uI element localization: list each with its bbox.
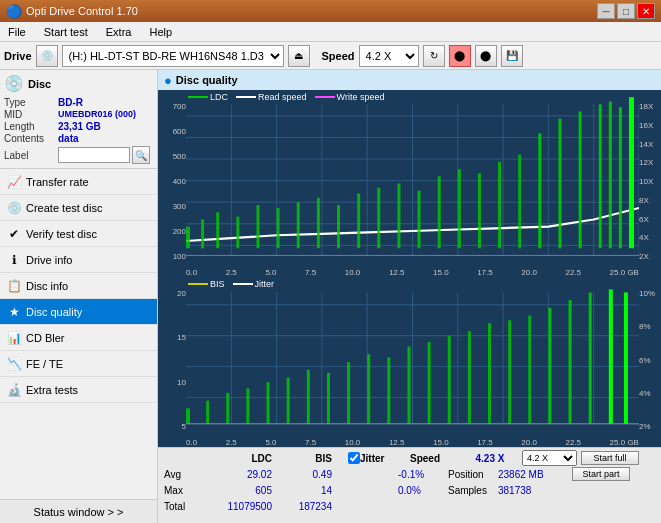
bis-x-axis: 0.02.55.07.510.012.515.017.520.022.525.0… [186, 433, 639, 447]
position-label: Position [448, 469, 498, 480]
titlebar-controls: ─ □ ✕ [597, 3, 655, 19]
nav-cd-bler-label: CD Bler [26, 332, 65, 344]
menu-help[interactable]: Help [145, 24, 176, 40]
nav-drive-info[interactable]: ℹ Drive info [0, 247, 157, 273]
svg-rect-30 [438, 176, 441, 248]
max-ldc: 605 [200, 485, 272, 496]
bis-header: BIS [272, 453, 332, 464]
eject-button[interactable]: ⏏ [288, 45, 310, 67]
ldc-chart: LDC Read speed Write speed [158, 90, 661, 277]
svg-rect-68 [407, 347, 410, 424]
nav-transfer-rate-label: Transfer rate [26, 176, 89, 188]
svg-rect-61 [267, 382, 270, 424]
disc-length-row: Length 23,31 GB [4, 121, 153, 132]
menu-start-test[interactable]: Start test [40, 24, 92, 40]
svg-rect-65 [347, 362, 350, 424]
status-window-button[interactable]: Status window > > [0, 499, 157, 523]
start-part-button[interactable]: Start part [572, 467, 630, 481]
disc-contents-value: data [58, 133, 79, 144]
disc-label-label: Label [4, 150, 58, 161]
drive-label: Drive [4, 50, 32, 62]
status-window-label: Status window > > [34, 506, 124, 518]
nav-disc-info[interactable]: 📋 Disc info [0, 273, 157, 299]
drive-select[interactable]: (H:) HL-DT-ST BD-RE WH16NS48 1.D3 [62, 45, 284, 67]
svg-rect-23 [297, 202, 300, 248]
start-full-button[interactable]: Start full [581, 451, 639, 465]
total-bis: 187234 [272, 501, 332, 512]
svg-rect-69 [428, 342, 431, 424]
nav-cd-bler[interactable]: 📊 CD Bler [0, 325, 157, 351]
save-button[interactable]: 💾 [501, 45, 523, 67]
jitter-legend-item: Jitter [233, 279, 275, 289]
speed-action-button2[interactable]: ⬤ [475, 45, 497, 67]
ldc-chart-svg [186, 90, 639, 277]
svg-rect-74 [528, 316, 531, 424]
samples-value: 381738 [498, 485, 568, 496]
charts-area: LDC Read speed Write speed [158, 90, 661, 447]
transfer-rate-icon: 📈 [6, 175, 22, 189]
speed-label: Speed [322, 50, 355, 62]
svg-rect-72 [488, 323, 491, 423]
jitter-checkbox[interactable] [348, 452, 360, 464]
extra-tests-icon: 🔬 [6, 383, 22, 397]
svg-rect-22 [277, 208, 280, 248]
maximize-button[interactable]: □ [617, 3, 635, 19]
svg-rect-20 [236, 217, 239, 249]
bis-chart: BIS Jitter [158, 277, 661, 447]
svg-rect-75 [548, 308, 551, 424]
nav-create-test-disc[interactable]: 💿 Create test disc [0, 195, 157, 221]
disc-length-value: 23,31 GB [58, 121, 101, 132]
ldc-header: LDC [200, 453, 272, 464]
menubar: File Start test Extra Help [0, 22, 661, 42]
bis-legend-label: BIS [210, 279, 225, 289]
disc-type-label: Type [4, 97, 58, 108]
main-area: 💿 Disc Type BD-R MID UMEBDR016 (000) Len… [0, 70, 661, 523]
content-area: ● Disc quality LDC Read speed [158, 70, 661, 523]
svg-rect-71 [468, 331, 471, 424]
bis-y-axis-left: 20 15 10 5 [158, 277, 186, 447]
speed-action-button1[interactable]: ⬤ [449, 45, 471, 67]
svg-rect-64 [327, 373, 330, 424]
disc-length-label: Length [4, 121, 58, 132]
nav-disc-info-label: Disc info [26, 280, 68, 292]
speed-select[interactable]: 4.2 X [359, 45, 419, 67]
disc-type-value: BD-R [58, 97, 83, 108]
disc-label-input[interactable] [58, 147, 130, 163]
disc-info-icon: 📋 [6, 279, 22, 293]
svg-rect-26 [357, 194, 360, 249]
disc-label-row: Label 🔍 [4, 146, 153, 164]
read-speed-legend-label: Read speed [258, 92, 307, 102]
nav-create-test-disc-label: Create test disc [26, 202, 102, 214]
disc-quality-header: ● Disc quality [158, 70, 661, 90]
disc-section-label: Disc [28, 78, 51, 90]
svg-rect-29 [418, 191, 421, 249]
jitter-legend-label: Jitter [255, 279, 275, 289]
titlebar: 🔵 Opti Drive Control 1.70 ─ □ ✕ [0, 0, 661, 22]
close-button[interactable]: ✕ [637, 3, 655, 19]
disc-label-button[interactable]: 🔍 [132, 146, 150, 164]
svg-rect-21 [256, 205, 259, 248]
speed-select-stats[interactable]: 4.2 X [522, 450, 577, 466]
nav-items: 📈 Transfer rate 💿 Create test disc ✔ Ver… [0, 169, 157, 403]
svg-rect-66 [367, 354, 370, 424]
speed-refresh-button[interactable]: ↻ [423, 45, 445, 67]
nav-drive-info-label: Drive info [26, 254, 72, 266]
create-test-disc-icon: 💿 [6, 201, 22, 215]
max-bis: 14 [272, 485, 332, 496]
svg-rect-76 [569, 300, 572, 424]
svg-rect-63 [307, 370, 310, 424]
ldc-x-axis: 0.02.55.07.510.012.515.017.520.022.525.0… [186, 263, 639, 277]
nav-disc-quality[interactable]: ★ Disc quality [0, 299, 157, 325]
menu-extra[interactable]: Extra [102, 24, 136, 40]
nav-verify-test-disc[interactable]: ✔ Verify test disc [0, 221, 157, 247]
nav-fe-te[interactable]: 📉 FE / TE [0, 351, 157, 377]
minimize-button[interactable]: ─ [597, 3, 615, 19]
nav-extra-tests[interactable]: 🔬 Extra tests [0, 377, 157, 403]
drive-icon-button[interactable]: 💿 [36, 45, 58, 67]
app-title: Opti Drive Control 1.70 [26, 5, 138, 17]
nav-transfer-rate[interactable]: 📈 Transfer rate [0, 169, 157, 195]
disc-contents-label: Contents [4, 133, 58, 144]
svg-rect-31 [458, 169, 461, 248]
svg-rect-40 [619, 107, 622, 248]
menu-file[interactable]: File [4, 24, 30, 40]
